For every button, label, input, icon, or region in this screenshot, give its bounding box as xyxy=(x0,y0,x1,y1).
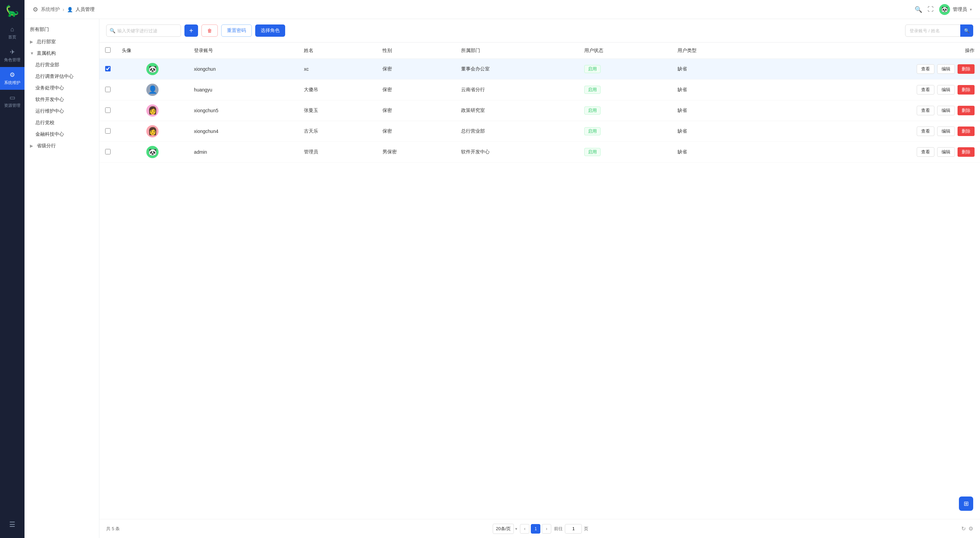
sidebar: 🦕 ⌂ 首页 ✈ 角色管理 ⚙ 系统维护 ▭ 资源管理 ☰ xyxy=(0,0,24,538)
user-table: 头像 登录账号 姓名 性别 所属部门 用户状态 用户类型 操作 xyxy=(99,43,980,163)
settings-icon[interactable]: ⚙ xyxy=(969,525,973,532)
page-1-button[interactable]: 1 xyxy=(531,524,540,533)
page-nav: ‹ 1 › xyxy=(520,524,551,533)
sidebar-item-role[interactable]: ✈ 角色管理 xyxy=(0,44,24,67)
search-input[interactable] xyxy=(106,24,181,37)
row-checkbox[interactable] xyxy=(105,108,111,113)
fab-icon: ⊞ xyxy=(964,500,969,508)
user-menu[interactable]: 🐼 管理员 ▾ xyxy=(939,4,972,15)
dept-all[interactable]: 所有部门 xyxy=(24,23,99,36)
user-type-cell: 缺省 xyxy=(672,59,765,79)
main-area: ⚙ 系统维护 › 👤 人员管理 🔍 ⛶ 🐼 管理员 ▾ 所有部门 ▶ 总行部室 xyxy=(24,0,980,538)
status-badge: 启用 xyxy=(584,65,601,73)
page-size-select[interactable]: 20条/页 ▾ xyxy=(493,524,517,534)
edit-button[interactable]: 编辑 xyxy=(937,127,955,136)
toolbar-left: 🔍 + 🗑 重置密码 选择角色 xyxy=(106,24,285,37)
left-panel: 所有部门 ▶ 总行部室 ▼ 直属机构 总行营业部 总行调查评估中心 业务处理中心 xyxy=(24,19,99,538)
dept-item-zhishu[interactable]: ▼ 直属机构 xyxy=(24,48,99,59)
reset-pwd-button[interactable]: 重置密码 xyxy=(221,24,252,37)
view-button[interactable]: 查看 xyxy=(917,127,934,136)
breadcrumb-person-icon: 👤 xyxy=(67,7,73,12)
name-cell: 管理员 xyxy=(298,142,377,163)
user-name: 管理员 xyxy=(953,6,967,13)
next-page-button[interactable]: › xyxy=(542,524,551,533)
delete-button[interactable]: 🗑 xyxy=(202,24,218,37)
sidebar-item-label: 角色管理 xyxy=(4,57,21,63)
sidebar-item-home[interactable]: ⌂ 首页 xyxy=(0,22,24,44)
dept-child-dangxiao[interactable]: 总行党校 xyxy=(30,117,99,129)
row-checkbox[interactable] xyxy=(105,87,111,92)
dept-item-shengji[interactable]: ▶ 省级分行 xyxy=(24,140,99,152)
edit-button[interactable]: 编辑 xyxy=(937,85,955,95)
fab-button[interactable]: ⊞ xyxy=(959,497,973,511)
sidebar-item-label: 资源管理 xyxy=(4,103,21,108)
select-all-checkbox[interactable] xyxy=(105,47,111,53)
login-cell: xiongchun xyxy=(189,59,298,79)
delete-row-button[interactable]: 删除 xyxy=(958,64,975,74)
gender-cell: 保密 xyxy=(377,121,456,142)
avatar-cell: 🐼 xyxy=(116,142,189,163)
search-right-box: 🔍 xyxy=(905,24,973,37)
status-badge: 启用 xyxy=(584,127,601,135)
sidebar-item-resource[interactable]: ▭ 资源管理 xyxy=(0,90,24,113)
search-icon[interactable]: 🔍 xyxy=(915,6,922,13)
dropdown-icon: ▾ xyxy=(970,7,972,12)
table-row: 👩 xiongchun5 张曼玉 保密 政策研究室 启用 缺省 xyxy=(99,100,980,121)
avatar-cell: 👩 xyxy=(116,121,189,142)
goto-input[interactable] xyxy=(565,524,582,533)
dept-child-jinrong[interactable]: 金融科技中心 xyxy=(30,129,99,140)
dept-child-yunxing[interactable]: 运行维护中心 xyxy=(30,105,99,117)
dept-child-label: 总行营业部 xyxy=(35,62,59,68)
dept-label-shengji: 省级分行 xyxy=(37,143,56,149)
home-icon: ⌂ xyxy=(11,26,14,33)
dept-cell: 董事会办公室 xyxy=(456,59,579,79)
toggle-zonghang: ▶ xyxy=(30,40,35,44)
sidebar-item-label: 系统维护 xyxy=(4,80,21,86)
menu-icon[interactable]: ☰ xyxy=(5,516,19,533)
dept-cell: 软件开发中心 xyxy=(456,142,579,163)
view-button[interactable]: 查看 xyxy=(917,147,934,157)
select-role-button[interactable]: 选择角色 xyxy=(255,24,285,37)
edit-button[interactable]: 编辑 xyxy=(937,106,955,115)
avatar-cell: 👤 xyxy=(116,79,189,100)
add-button[interactable]: + xyxy=(185,24,198,37)
view-button[interactable]: 查看 xyxy=(917,64,934,74)
page-per-label[interactable]: 20条/页 xyxy=(493,524,514,534)
gender-cell: 男保密 xyxy=(377,142,456,163)
prev-page-button[interactable]: ‹ xyxy=(520,524,530,533)
sidebar-item-system[interactable]: ⚙ 系统维护 xyxy=(0,67,24,90)
row-checkbox[interactable] xyxy=(105,66,111,71)
delete-row-button[interactable]: 删除 xyxy=(958,106,975,115)
col-actions: 操作 xyxy=(765,43,980,59)
dept-child-yingye[interactable]: 总行营业部 xyxy=(30,59,99,71)
row-checkbox[interactable] xyxy=(105,149,111,154)
system-icon: ⚙ xyxy=(10,71,15,79)
delete-row-button[interactable]: 删除 xyxy=(958,147,975,157)
dept-child-label: 总行调查评估中心 xyxy=(35,73,73,79)
actions-cell: 查看 编辑 删除 xyxy=(765,59,980,79)
fullscreen-icon[interactable]: ⛶ xyxy=(928,6,934,13)
dept-item-zonghang[interactable]: ▶ 总行部室 xyxy=(24,36,99,48)
table-body: 🐼 xiongchun xc 保密 董事会办公室 启用 缺省 xyxy=(99,59,980,163)
dept-child-diaocha[interactable]: 总行调查评估中心 xyxy=(30,71,99,82)
search-right-button[interactable]: 🔍 xyxy=(960,24,973,37)
col-status: 用户状态 xyxy=(579,43,672,59)
view-button[interactable]: 查看 xyxy=(917,106,934,115)
dept-child-label: 金融科技中心 xyxy=(35,131,64,137)
dept-cell: 政策研究室 xyxy=(456,100,579,121)
delete-row-button[interactable]: 删除 xyxy=(958,127,975,136)
login-cell: admin xyxy=(189,142,298,163)
table-row: 🐼 admin 管理员 男保密 软件开发中心 启用 缺省 xyxy=(99,142,980,163)
dept-cell: 云南省分行 xyxy=(456,79,579,100)
header: ⚙ 系统维护 › 👤 人员管理 🔍 ⛶ 🐼 管理员 ▾ xyxy=(24,0,980,19)
dept-child-yewu[interactable]: 业务处理中心 xyxy=(30,82,99,94)
edit-button[interactable]: 编辑 xyxy=(937,147,955,157)
row-checkbox[interactable] xyxy=(105,128,111,134)
delete-row-button[interactable]: 删除 xyxy=(958,85,975,95)
dept-child-ruanjian[interactable]: 软件开发中心 xyxy=(30,94,99,105)
view-button[interactable]: 查看 xyxy=(917,85,934,95)
refresh-icon[interactable]: ↻ xyxy=(961,525,966,532)
gender-cell: 保密 xyxy=(377,59,456,79)
edit-button[interactable]: 编辑 xyxy=(937,64,955,74)
toolbar-right: 🔍 xyxy=(905,24,973,37)
